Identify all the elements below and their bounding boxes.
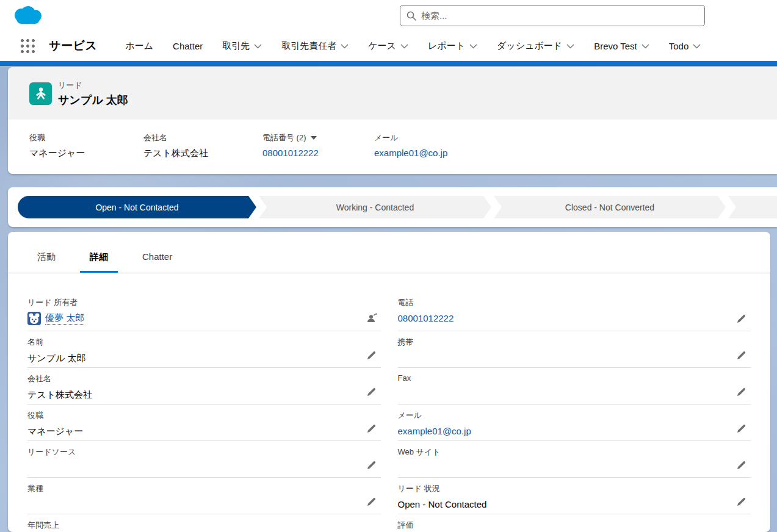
chevron-down-icon[interactable] <box>566 44 574 49</box>
nav-tab-label: 取引先 <box>222 40 250 52</box>
sales-path-card: Open - Not Contacted Working - Contacted… <box>8 187 777 227</box>
path-stage-open-not-contacted[interactable]: Open - Not Contacted <box>18 196 256 218</box>
edit-lead-source-icon[interactable] <box>367 461 376 469</box>
chevron-down-icon[interactable] <box>693 44 701 49</box>
field-label: 評価 <box>398 520 751 531</box>
nav-tab-todo[interactable]: Todo <box>669 41 701 51</box>
nav-tab-contacts[interactable]: 取引先責任者 <box>281 40 349 52</box>
field-label: リードソース <box>27 447 381 458</box>
phone-dropdown-icon[interactable] <box>311 136 317 140</box>
nav-tab-chatter[interactable]: Chatter <box>173 41 203 51</box>
edit-fax-icon[interactable] <box>737 387 746 396</box>
search-input[interactable] <box>421 10 698 21</box>
change-owner-icon[interactable] <box>366 313 377 323</box>
highlight-label: メール <box>374 132 399 143</box>
field-value: サンプル 太郎 <box>27 353 381 365</box>
chevron-down-icon[interactable] <box>254 44 262 49</box>
field-label: Fax <box>398 373 751 383</box>
highlight-value: マネージャー <box>29 148 134 159</box>
field-name: 名前 サンプル 太郎 <box>27 331 381 368</box>
field-email: メール example01@co.jp <box>398 404 751 441</box>
chevron-down-icon[interactable] <box>400 44 408 49</box>
field-value <box>27 462 381 475</box>
nav-tab-label: 取引先責任者 <box>281 40 336 52</box>
owner-link[interactable]: 優夢 太郎 <box>45 312 84 325</box>
field-label: リード 状況 <box>398 483 751 494</box>
salesforce-logo <box>15 6 43 24</box>
highlight-company: 会社名 テスト株式会社 <box>143 132 262 174</box>
nav-tab-cases[interactable]: ケース <box>368 40 408 52</box>
field-mobile: 携帯 <box>398 331 751 368</box>
email-value-link[interactable]: example01@co.jp <box>398 426 471 436</box>
field-value: テスト株式会社 <box>27 389 381 401</box>
field-lead-status: リード 状況 Open - Not Contacted <box>398 478 751 514</box>
nav-divider-bar <box>0 61 777 66</box>
field-label: 会社名 <box>27 373 381 384</box>
app-name: サービス <box>49 38 97 54</box>
record-name: サンプル 太郎 <box>58 93 128 107</box>
field-lead-source: リードソース <box>27 441 381 478</box>
field-label: 携帯 <box>398 337 751 348</box>
field-label: 電話 <box>398 297 751 308</box>
edit-website-icon[interactable] <box>737 461 746 469</box>
lead-object-icon <box>29 82 52 105</box>
tab-activity[interactable]: 活動 <box>27 251 65 273</box>
edit-mobile-icon[interactable] <box>737 351 746 359</box>
edit-title-icon[interactable] <box>367 424 376 433</box>
record-tabs: 活動 詳細 Chatter <box>8 232 770 273</box>
path-stage-closed-not-converted[interactable]: Closed - Not Converted <box>494 196 726 218</box>
field-value <box>398 353 751 365</box>
global-search[interactable] <box>400 5 705 26</box>
nav-tab-reports[interactable]: レポート <box>428 40 477 52</box>
phone-value-link[interactable]: 08001012222 <box>398 313 454 323</box>
global-header <box>0 0 777 31</box>
nav-tab-accounts[interactable]: 取引先 <box>222 40 262 52</box>
field-company: 会社名 テスト株式会社 <box>27 368 381 404</box>
edit-email-icon[interactable] <box>737 424 746 433</box>
email-link[interactable]: example01@co.jp <box>374 148 447 158</box>
details-form: リード 所有者 優夢 太郎 <box>8 273 770 532</box>
edit-company-icon[interactable] <box>367 387 376 396</box>
tab-details[interactable]: 詳細 <box>80 251 118 273</box>
nav-tab-label: ケース <box>368 40 396 52</box>
highlight-label: 電話番号 (2) <box>262 132 306 143</box>
path-stage-next[interactable] <box>728 196 777 218</box>
nav-tab-label: ホーム <box>125 40 153 52</box>
field-phone: 電話 08001012222 <box>398 292 751 331</box>
nav-tab-label: Todo <box>669 41 689 51</box>
chevron-down-icon[interactable] <box>469 44 477 49</box>
field-lead-owner: リード 所有者 優夢 太郎 <box>27 292 381 331</box>
field-label: Web サイト <box>398 447 751 458</box>
app-launcher-icon[interactable] <box>20 38 35 54</box>
highlight-title: 役職 マネージャー <box>29 132 143 174</box>
field-value: マネージャー <box>27 426 381 438</box>
field-value <box>398 387 751 400</box>
chevron-down-icon[interactable] <box>341 44 349 49</box>
app-nav-bar: サービス ホーム Chatter 取引先 取引先責任者 ケース レポート ダッシ… <box>0 31 777 61</box>
path-stage-working-contacted[interactable]: Working - Contacted <box>259 196 491 218</box>
highlight-email: メール example01@co.jp <box>374 132 457 174</box>
nav-tabs: ホーム Chatter 取引先 取引先責任者 ケース レポート ダッシュボード … <box>125 40 701 52</box>
owner-avatar <box>27 312 41 325</box>
record-header-top: リード サンプル 太郎 <box>8 67 777 120</box>
nav-tab-label: Brevo Test <box>594 41 637 51</box>
edit-industry-icon[interactable] <box>367 497 376 506</box>
edit-phone-icon[interactable] <box>737 314 746 323</box>
nav-tab-brevo-test[interactable]: Brevo Test <box>594 41 649 51</box>
nav-tab-dashboards[interactable]: ダッシュボード <box>497 40 574 52</box>
field-fax: Fax <box>398 368 751 404</box>
tab-chatter[interactable]: Chatter <box>132 251 182 273</box>
sales-path: Open - Not Contacted Working - Contacted… <box>18 196 777 218</box>
nav-tab-label: ダッシュボード <box>497 40 562 52</box>
edit-lead-status-icon[interactable] <box>737 497 746 506</box>
field-website: Web サイト <box>398 441 751 478</box>
chevron-down-icon[interactable] <box>641 44 649 49</box>
field-label: 業種 <box>27 483 381 494</box>
field-label: リード 所有者 <box>27 297 381 308</box>
edit-name-icon[interactable] <box>367 351 376 359</box>
field-value: Open - Not Contacted <box>398 499 751 511</box>
nav-tab-home[interactable]: ホーム <box>125 40 153 52</box>
field-label: メール <box>398 410 751 421</box>
highlights-panel: 役職 マネージャー 会社名 テスト株式会社 電話番号 (2) 080010122… <box>8 120 777 174</box>
phone-link[interactable]: 08001012222 <box>262 148 319 158</box>
